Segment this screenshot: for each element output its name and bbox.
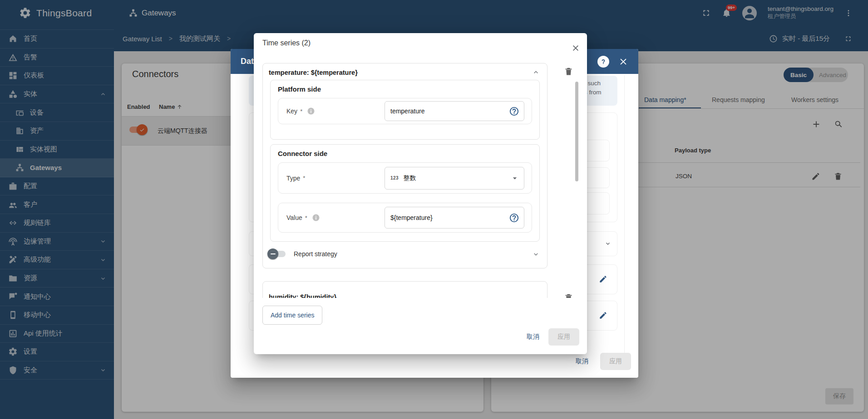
info-icon — [312, 214, 320, 222]
chevron-up-icon — [532, 68, 540, 76]
delete-humidity-button[interactable] — [560, 289, 577, 298]
connector-side-section: Connector side Type * 123 整数 — [270, 144, 540, 242]
platform-side-label: Platform side — [278, 85, 532, 93]
required-marker: * — [303, 175, 305, 181]
key-input[interactable]: temperature — [385, 101, 524, 121]
required-marker: * — [300, 108, 302, 115]
edit-icon[interactable] — [599, 275, 607, 283]
question-mark-icon — [599, 57, 608, 66]
report-strategy-toggle[interactable] — [268, 248, 286, 259]
thingsboard-app: ThingsBoard Gateways 99+ tenant@thingsbo… — [0, 0, 868, 419]
data-dialog-apply-button[interactable]: 应用 — [600, 353, 631, 370]
time-series-dialog-title: Time series (2) — [262, 39, 311, 47]
add-time-series-button[interactable]: Add time series — [262, 306, 322, 325]
type-label: Type — [286, 175, 300, 182]
chevron-down-icon — [604, 240, 612, 247]
value-value: ${temperature} — [390, 214, 433, 221]
scrollbar-thumb[interactable] — [575, 82, 578, 181]
help-circle-icon[interactable] — [509, 106, 519, 117]
time-series-list: temperature: ${temperature} Platform sid… — [262, 57, 581, 298]
close-time-series-dialog-icon[interactable] — [571, 44, 580, 53]
type-value: 整数 — [403, 174, 416, 182]
help-circle-icon[interactable] — [509, 213, 519, 223]
integer-type-icon: 123 — [390, 175, 399, 180]
report-strategy-label: Report strategy — [294, 250, 337, 258]
required-marker: * — [305, 214, 307, 221]
dropdown-arrow-icon — [510, 174, 519, 183]
time-series-apply-button[interactable]: 应用 — [548, 328, 579, 346]
minus-icon — [271, 253, 276, 254]
panel-header-humidity[interactable]: humidity: ${humidity} — [263, 282, 547, 298]
value-label: Value — [286, 214, 302, 221]
divider — [624, 75, 625, 368]
time-series-dialog: Time series (2) temperature: ${temperatu… — [254, 33, 587, 354]
type-row: Type * 123 整数 — [278, 162, 532, 194]
trash-icon — [564, 67, 573, 76]
chevron-down-icon[interactable] — [532, 250, 540, 258]
report-strategy-row: Report strategy — [263, 242, 547, 259]
time-series-panel-humidity: humidity: ${humidity} — [262, 281, 547, 298]
value-input[interactable]: ${temperature} — [385, 207, 524, 229]
trash-icon — [564, 293, 573, 298]
time-series-panel-temperature: temperature: ${temperature} Platform sid… — [262, 63, 547, 268]
close-data-dialog-icon[interactable] — [618, 57, 628, 67]
data-dialog-cancel-button[interactable]: 取消 — [573, 354, 591, 369]
platform-side-section: Platform side Key * temperature — [270, 80, 540, 140]
type-select[interactable]: 123 整数 — [385, 167, 524, 190]
edit-icon[interactable] — [599, 311, 607, 320]
info-icon — [307, 107, 315, 115]
delete-temperature-button[interactable] — [560, 63, 577, 79]
connector-side-label: Connector side — [278, 150, 532, 157]
key-label: Key — [286, 107, 297, 115]
key-row: Key * temperature — [278, 98, 532, 124]
value-row: Value * ${temperature} — [278, 203, 532, 233]
panel-header-temperature[interactable]: temperature: ${temperature} — [263, 63, 547, 79]
key-value: temperature — [390, 107, 424, 115]
help-button[interactable] — [597, 56, 609, 68]
time-series-cancel-button[interactable]: 取消 — [524, 329, 542, 345]
